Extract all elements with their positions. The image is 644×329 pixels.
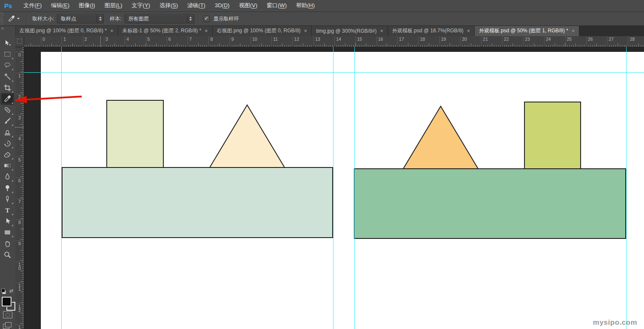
ruler-horizontal[interactable]: 0123456789101112131415161718192021222324… [15, 36, 644, 47]
ruler-number: 1 2 [15, 305, 24, 312]
show-sampling-ring-checkbox[interactable]: ✓ [203, 16, 210, 22]
tab-label: 外观模板.psd @ 16.7%(RGB/8) [392, 27, 464, 34]
tool-preset-picker[interactable] [3, 15, 23, 23]
ruler-origin-corner[interactable] [15, 36, 24, 47]
eraser-tool[interactable] [1, 149, 14, 160]
tab-label: timg.jpg @ 300%(RGB/8#) [316, 28, 376, 34]
ruler-number: 19 [441, 37, 446, 42]
menu-item[interactable]: 窗口(W) [262, 0, 291, 11]
dodge-tool[interactable] [1, 183, 14, 193]
tab-close-icon[interactable]: × [467, 28, 470, 34]
tab-close-icon[interactable]: × [110, 28, 114, 34]
document-tab[interactable]: 未标题-1 @ 50% (图层 2, RGB/8) *× [118, 26, 213, 36]
foreground-color-swatch[interactable] [2, 297, 11, 306]
ruler-number: 1 1 [15, 284, 24, 291]
eyedropper-icon [3, 95, 11, 103]
default-and-swap-colors[interactable]: ⇄ [2, 288, 14, 295]
hand-tool[interactable] [1, 238, 14, 249]
ruler-number: 22 [504, 37, 509, 42]
sample-dropdown[interactable]: 所有图层 [125, 14, 194, 23]
ruler-number: 18 [420, 37, 425, 42]
ruler-number: 3 [15, 116, 24, 120]
watermark: mysipo.com [593, 318, 637, 327]
menu-item[interactable]: 视图(V) [234, 0, 262, 11]
ruler-number: 23 [525, 37, 530, 42]
menu-item[interactable]: 图像(I) [74, 0, 100, 11]
zoom-tool[interactable] [1, 250, 14, 260]
hand-icon [3, 240, 11, 248]
ruler-number: 11 [273, 37, 278, 42]
separator [27, 14, 27, 24]
spinner-arrows-icon [97, 14, 103, 23]
sample-value: 所有图层 [125, 15, 187, 23]
brush-tool[interactable] [1, 116, 14, 126]
history-brush-tool[interactable] [1, 138, 14, 149]
ruler-number: 13 [315, 37, 320, 42]
ruler-number: 8 [15, 221, 24, 224]
menu-bar: Ps 文件(F)编辑(E)图像(I)图层(L)文字(Y)选择(S)滤镜(T)3D… [0, 0, 644, 12]
menu-item[interactable]: 3D(D) [210, 0, 234, 11]
ruler-number: 20 [462, 37, 467, 42]
document-tab[interactable]: timg.jpg @ 300%(RGB/8#)× [312, 26, 388, 36]
ruler-number: 2 [85, 37, 87, 42]
dodge-icon [3, 184, 11, 192]
menu-item[interactable]: 编辑(E) [46, 0, 74, 11]
move-icon [3, 39, 11, 47]
document-tab[interactable]: 外观模板.psd @ 50% (图层 1, RGB/8) *× [475, 26, 579, 36]
blur-tool[interactable] [1, 171, 14, 182]
ruler-number: 4 [15, 137, 24, 141]
cursor-position-marker [100, 36, 101, 47]
path-selection-tool[interactable] [1, 216, 14, 227]
ruler-number: 24 [546, 37, 551, 42]
marquee-icon [3, 50, 11, 58]
document-tab[interactable]: 右视图.png @ 100% (图层 0, RGB/8)× [213, 26, 312, 36]
rectangle-tool[interactable] [1, 227, 14, 238]
chevron-down-icon [17, 18, 20, 20]
document-tab[interactable]: 左视图.png @ 100% (图层 0, RGB/8) *× [15, 26, 118, 36]
lasso-tool[interactable] [1, 60, 14, 71]
type-tool[interactable]: T [1, 205, 14, 216]
move-tool[interactable] [1, 38, 14, 48]
quick-mask-button[interactable] [3, 311, 12, 318]
sample-size-label: 取样大小: [32, 15, 54, 23]
ruler-number: 1 [15, 74, 24, 78]
ruler-number: 6 [15, 179, 24, 183]
screen-mode-button[interactable] [3, 322, 11, 329]
magic-wand-icon [3, 73, 11, 81]
menu-item[interactable]: 图层(L) [100, 0, 127, 11]
healing-brush-icon [3, 106, 11, 114]
check-icon: ✓ [204, 16, 208, 20]
menu-item[interactable]: 文字(Y) [127, 0, 155, 11]
ruler-number: 21 [483, 37, 488, 42]
menu-item[interactable]: 文件(F) [19, 0, 46, 11]
pen-tool[interactable] [1, 194, 14, 204]
rectangle-icon [3, 228, 11, 236]
canvas[interactable] [41, 52, 644, 329]
document-tab[interactable]: 外观模板.psd @ 16.7%(RGB/8)× [388, 26, 475, 36]
tab-close-icon[interactable]: × [572, 28, 575, 34]
spinner-arrows-icon [187, 14, 194, 23]
ruler-number: 8 [210, 37, 213, 42]
tab-close-icon[interactable]: × [380, 28, 383, 34]
menu-item[interactable]: 选择(S) [155, 0, 182, 11]
menu-item[interactable]: 滤镜(T) [182, 0, 210, 11]
ruler-number: 5 [148, 37, 150, 42]
toolbar-collapse-icon[interactable]: » [1, 26, 3, 31]
tab-close-icon[interactable]: × [304, 28, 308, 34]
clone-stamp-tool[interactable] [1, 127, 14, 138]
tab-close-icon[interactable]: × [205, 28, 208, 34]
document-area [24, 47, 644, 329]
marquee-tool[interactable] [1, 49, 14, 60]
gradient-tool[interactable] [1, 160, 14, 171]
menu-item[interactable]: 帮助(H) [291, 0, 319, 11]
ruler-number: 5 [15, 158, 24, 162]
ruler-vertical[interactable]: 01234567891 01 11 21 3 [15, 47, 24, 329]
sample-size-dropdown[interactable]: 取样点 [57, 14, 104, 23]
ruler-number: 26 [588, 37, 593, 42]
separator [198, 14, 199, 24]
healing-brush-tool[interactable] [1, 105, 14, 115]
crop-tool[interactable] [1, 82, 14, 93]
eraser-icon [3, 150, 11, 159]
eyedropper-tool[interactable] [1, 94, 14, 104]
magic-wand-tool[interactable] [1, 71, 14, 82]
